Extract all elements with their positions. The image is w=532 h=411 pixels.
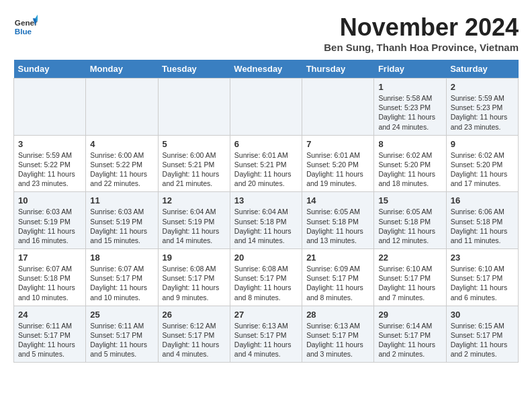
day-info: Sunrise: 6:15 AM Sunset: 5:17 PM Dayligh…	[451, 321, 514, 359]
day-number: 23	[451, 253, 514, 263]
day-number: 3	[18, 139, 81, 149]
day-info: Sunrise: 6:01 AM Sunset: 5:20 PM Dayligh…	[306, 150, 369, 189]
month-title: November 2024	[324, 13, 519, 42]
day-number: 12	[163, 195, 226, 205]
calendar-cell: 24Sunrise: 6:11 AM Sunset: 5:17 PM Dayli…	[14, 306, 86, 363]
calendar-cell: 1Sunrise: 5:58 AM Sunset: 5:23 PM Daylig…	[374, 79, 446, 136]
calendar-cell: 12Sunrise: 6:04 AM Sunset: 5:19 PM Dayli…	[158, 192, 230, 249]
day-info: Sunrise: 5:58 AM Sunset: 5:23 PM Dayligh…	[378, 93, 441, 132]
day-number: 24	[18, 310, 81, 320]
calendar-cell	[86, 79, 158, 136]
calendar-cell: 3Sunrise: 5:59 AM Sunset: 5:22 PM Daylig…	[14, 135, 86, 192]
day-info: Sunrise: 6:05 AM Sunset: 5:18 PM Dayligh…	[306, 207, 369, 245]
day-number: 7	[306, 139, 369, 149]
day-info: Sunrise: 6:10 AM Sunset: 5:17 PM Dayligh…	[378, 264, 441, 302]
day-info: Sunrise: 6:05 AM Sunset: 5:18 PM Dayligh…	[378, 207, 441, 245]
day-info: Sunrise: 6:06 AM Sunset: 5:18 PM Dayligh…	[451, 207, 514, 245]
calendar-cell	[230, 79, 302, 136]
weekday-header: Friday	[374, 60, 446, 79]
weekday-header: Sunday	[14, 60, 86, 79]
day-info: Sunrise: 6:13 AM Sunset: 5:17 PM Dayligh…	[234, 321, 298, 359]
day-number: 1	[378, 82, 441, 92]
calendar-cell: 28Sunrise: 6:13 AM Sunset: 5:17 PM Dayli…	[302, 306, 374, 363]
logo: General Blue	[13, 13, 38, 38]
day-info: Sunrise: 6:08 AM Sunset: 5:17 PM Dayligh…	[234, 264, 298, 302]
day-number: 25	[90, 310, 153, 320]
day-number: 5	[163, 139, 226, 149]
day-info: Sunrise: 6:01 AM Sunset: 5:21 PM Dayligh…	[234, 150, 298, 189]
calendar-cell: 13Sunrise: 6:04 AM Sunset: 5:18 PM Dayli…	[230, 192, 302, 249]
calendar-cell: 21Sunrise: 6:09 AM Sunset: 5:17 PM Dayli…	[302, 249, 374, 306]
day-info: Sunrise: 6:12 AM Sunset: 5:17 PM Dayligh…	[163, 321, 226, 359]
calendar-cell: 10Sunrise: 6:03 AM Sunset: 5:19 PM Dayli…	[14, 192, 86, 249]
day-number: 26	[163, 310, 226, 320]
weekday-header: Thursday	[302, 60, 374, 79]
day-number: 20	[234, 253, 298, 263]
calendar-cell: 5Sunrise: 6:00 AM Sunset: 5:21 PM Daylig…	[158, 135, 230, 192]
calendar-cell	[302, 79, 374, 136]
calendar-cell: 30Sunrise: 6:15 AM Sunset: 5:17 PM Dayli…	[446, 306, 518, 363]
day-info: Sunrise: 6:00 AM Sunset: 5:22 PM Dayligh…	[90, 150, 153, 189]
calendar-header: SundayMondayTuesdayWednesdayThursdayFrid…	[14, 60, 519, 79]
day-number: 22	[378, 253, 441, 263]
calendar-cell: 7Sunrise: 6:01 AM Sunset: 5:20 PM Daylig…	[302, 135, 374, 192]
weekday-header: Tuesday	[158, 60, 230, 79]
calendar-cell: 16Sunrise: 6:06 AM Sunset: 5:18 PM Dayli…	[446, 192, 518, 249]
day-number: 28	[306, 310, 369, 320]
calendar-cell	[158, 79, 230, 136]
day-info: Sunrise: 6:11 AM Sunset: 5:17 PM Dayligh…	[18, 321, 81, 359]
day-number: 19	[163, 253, 226, 263]
calendar-cell: 14Sunrise: 6:05 AM Sunset: 5:18 PM Dayli…	[302, 192, 374, 249]
day-info: Sunrise: 5:59 AM Sunset: 5:23 PM Dayligh…	[451, 93, 514, 132]
day-number: 21	[306, 253, 369, 263]
day-number: 11	[90, 195, 153, 205]
day-number: 16	[451, 195, 514, 205]
calendar-table: SundayMondayTuesdayWednesdayThursdayFrid…	[13, 60, 519, 363]
day-info: Sunrise: 6:08 AM Sunset: 5:17 PM Dayligh…	[163, 264, 226, 302]
calendar-cell: 8Sunrise: 6:02 AM Sunset: 5:20 PM Daylig…	[374, 135, 446, 192]
calendar-cell: 11Sunrise: 6:03 AM Sunset: 5:19 PM Dayli…	[86, 192, 158, 249]
day-number: 30	[451, 310, 514, 320]
calendar-cell: 26Sunrise: 6:12 AM Sunset: 5:17 PM Dayli…	[158, 306, 230, 363]
day-info: Sunrise: 6:14 AM Sunset: 5:17 PM Dayligh…	[378, 321, 441, 359]
day-number: 8	[378, 139, 441, 149]
calendar-cell: 19Sunrise: 6:08 AM Sunset: 5:17 PM Dayli…	[158, 249, 230, 306]
day-info: Sunrise: 6:07 AM Sunset: 5:18 PM Dayligh…	[18, 264, 81, 302]
day-number: 6	[234, 139, 298, 149]
calendar-cell: 17Sunrise: 6:07 AM Sunset: 5:18 PM Dayli…	[14, 249, 86, 306]
calendar-cell: 20Sunrise: 6:08 AM Sunset: 5:17 PM Dayli…	[230, 249, 302, 306]
calendar-cell: 18Sunrise: 6:07 AM Sunset: 5:17 PM Dayli…	[86, 249, 158, 306]
calendar-cell: 22Sunrise: 6:10 AM Sunset: 5:17 PM Dayli…	[374, 249, 446, 306]
day-info: Sunrise: 6:03 AM Sunset: 5:19 PM Dayligh…	[90, 207, 153, 245]
weekday-header: Saturday	[446, 60, 518, 79]
day-number: 17	[18, 253, 81, 263]
day-number: 29	[378, 310, 441, 320]
calendar-cell: 25Sunrise: 6:11 AM Sunset: 5:17 PM Dayli…	[86, 306, 158, 363]
calendar-cell	[14, 79, 86, 136]
calendar-cell: 2Sunrise: 5:59 AM Sunset: 5:23 PM Daylig…	[446, 79, 518, 136]
day-number: 10	[18, 195, 81, 205]
day-number: 13	[234, 195, 298, 205]
logo-icon: General Blue	[13, 13, 38, 38]
title-area: November 2024 Ben Sung, Thanh Hoa Provin…	[324, 13, 519, 53]
calendar-cell: 9Sunrise: 6:02 AM Sunset: 5:20 PM Daylig…	[446, 135, 518, 192]
day-info: Sunrise: 6:04 AM Sunset: 5:18 PM Dayligh…	[234, 207, 298, 245]
day-info: Sunrise: 6:03 AM Sunset: 5:19 PM Dayligh…	[18, 207, 81, 245]
day-info: Sunrise: 6:09 AM Sunset: 5:17 PM Dayligh…	[306, 264, 369, 302]
location: Ben Sung, Thanh Hoa Province, Vietnam	[324, 42, 519, 53]
day-info: Sunrise: 5:59 AM Sunset: 5:22 PM Dayligh…	[18, 150, 81, 189]
calendar-cell: 27Sunrise: 6:13 AM Sunset: 5:17 PM Dayli…	[230, 306, 302, 363]
calendar-cell: 4Sunrise: 6:00 AM Sunset: 5:22 PM Daylig…	[86, 135, 158, 192]
day-number: 4	[90, 139, 153, 149]
day-number: 27	[234, 310, 298, 320]
calendar-cell: 15Sunrise: 6:05 AM Sunset: 5:18 PM Dayli…	[374, 192, 446, 249]
day-info: Sunrise: 6:02 AM Sunset: 5:20 PM Dayligh…	[451, 150, 514, 189]
day-info: Sunrise: 6:07 AM Sunset: 5:17 PM Dayligh…	[90, 264, 153, 302]
day-number: 2	[451, 82, 514, 92]
day-number: 15	[378, 195, 441, 205]
calendar-cell: 23Sunrise: 6:10 AM Sunset: 5:17 PM Dayli…	[446, 249, 518, 306]
day-number: 18	[90, 253, 153, 263]
day-info: Sunrise: 6:00 AM Sunset: 5:21 PM Dayligh…	[163, 150, 226, 189]
calendar-cell: 29Sunrise: 6:14 AM Sunset: 5:17 PM Dayli…	[374, 306, 446, 363]
day-info: Sunrise: 6:13 AM Sunset: 5:17 PM Dayligh…	[306, 321, 369, 359]
